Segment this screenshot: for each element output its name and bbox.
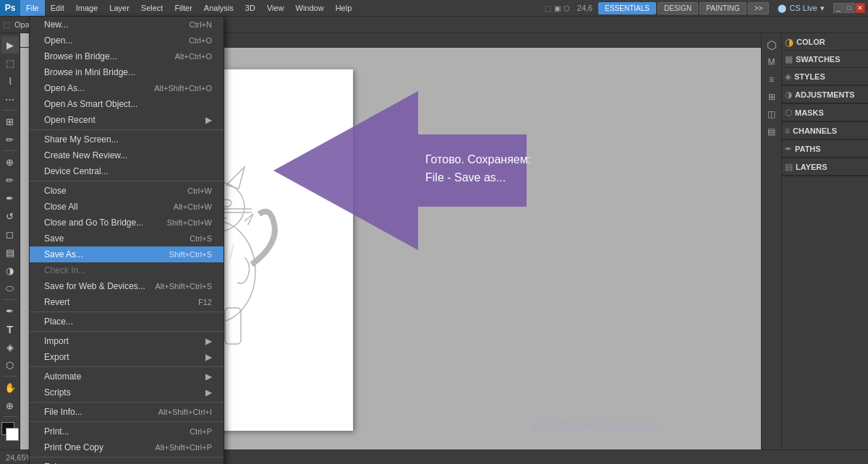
close-button[interactable]: ✕ — [855, 3, 865, 13]
menu-edit[interactable]: Edit — [45, 0, 70, 16]
menu-export[interactable]: Export ▶ — [30, 349, 224, 365]
menu-scripts[interactable]: Scripts ▶ — [30, 384, 224, 400]
tool-move[interactable]: ▶ — [1, 36, 19, 53]
tool-spot-healing[interactable]: ⊕ — [1, 153, 19, 171]
menu-new[interactable]: New... Ctrl+N — [30, 17, 224, 33]
tool-history-brush[interactable]: ↺ — [1, 207, 19, 225]
panel-masks-row[interactable]: ⬡ MASKS — [782, 104, 868, 121]
panel-channels-row[interactable]: ≡ CHANNELS — [782, 122, 868, 139]
menu-layer[interactable]: Layer — [103, 0, 135, 16]
menu-close-shortcut: Ctrl+W — [187, 186, 212, 195]
menu-save-web-shortcut: Alt+Shift+Ctrl+S — [155, 282, 212, 291]
menu-select[interactable]: Select — [135, 0, 169, 16]
menu-browse-bridge-shortcut: Alt+Ctrl+O — [175, 52, 212, 61]
menu-save-web[interactable]: Save for Web & Devices... Alt+Shift+Ctrl… — [30, 278, 224, 294]
styles-label: STYLES — [794, 72, 825, 81]
mixer-icon[interactable]: M — [763, 53, 780, 71]
menu-print-copy-shortcut: Alt+Shift+Ctrl+P — [155, 443, 212, 452]
panel-color-row[interactable]: ◑ COLOR — [782, 33, 868, 51]
menu-share-screen[interactable]: Share My Screen... — [30, 132, 224, 147]
panel-paths-row[interactable]: ✒ PATHS — [782, 140, 868, 158]
menu-place[interactable]: Place... — [30, 314, 224, 330]
mini-icon-5[interactable]: ◫ — [763, 106, 780, 123]
menu-image[interactable]: Image — [70, 0, 104, 16]
workspace-painting[interactable]: PAINTING — [699, 2, 746, 14]
tool-eyedropper[interactable]: ✏ — [1, 131, 19, 148]
tool-text[interactable]: T — [1, 320, 19, 338]
panel-styles-row[interactable]: ◈ STYLES — [782, 68, 868, 85]
tool-separator-5 — [3, 416, 17, 417]
menu-window[interactable]: Window — [290, 0, 330, 16]
tool-magic-wand[interactable]: ⋯ — [1, 90, 19, 108]
tool-separator-2 — [3, 150, 17, 151]
menu-open-smart[interactable]: Open As Smart Object... — [30, 96, 224, 112]
mini-icon-4[interactable]: ⊞ — [763, 88, 780, 106]
menu-analysis[interactable]: Analysis — [198, 0, 239, 16]
menu-create-review[interactable]: Create New Review... — [30, 147, 224, 163]
tool-hand[interactable]: ✋ — [1, 379, 19, 396]
menu-open-as[interactable]: Open As... Alt+Shift+Ctrl+O — [30, 80, 224, 96]
menu-save-as[interactable]: Save As... Shift+Ctrl+S — [30, 246, 224, 262]
workspace-essentials[interactable]: ESSENTIALS — [598, 2, 656, 14]
panel-group-layers: ▤ LAYERS — [782, 158, 868, 176]
tool-blur[interactable]: ◑ — [1, 262, 19, 279]
menu-open-shortcut: Ctrl+O — [189, 36, 212, 45]
menu-new-shortcut: Ctrl+N — [190, 20, 212, 29]
menu-print-one-copy[interactable]: Print One Copy Alt+Shift+Ctrl+P — [30, 439, 224, 455]
menu-save[interactable]: Save Ctrl+S — [30, 231, 224, 246]
workspace-design[interactable]: DESIGN — [658, 2, 698, 14]
menu-view[interactable]: View — [261, 0, 290, 16]
separator-2 — [30, 181, 224, 181]
tool-path-select[interactable]: ◈ — [1, 338, 19, 356]
menu-open-as-label: Open As... — [44, 83, 85, 93]
background-color[interactable] — [6, 428, 19, 441]
tool-eraser[interactable]: ◻ — [1, 225, 19, 243]
menu-exit[interactable]: Exit Ctrl+Q — [30, 459, 224, 464]
menu-3d[interactable]: 3D — [239, 0, 261, 16]
styles-icon: ◈ — [785, 72, 791, 82]
menu-close-bridge-label: Close and Go To Bridge... — [44, 218, 143, 228]
tool-crop[interactable]: ⊞ — [1, 113, 19, 130]
tool-clone-stamp[interactable]: ✒ — [1, 189, 19, 207]
menu-close-all[interactable]: Close All Alt+Ctrl+W — [30, 199, 224, 215]
panel-toggle-icon[interactable]: ⬡ — [763, 36, 780, 53]
tool-dodge[interactable]: ⬭ — [1, 280, 19, 297]
menu-file-info[interactable]: File Info... Alt+Shift+Ctrl+I — [30, 404, 224, 420]
menu-close-go-bridge[interactable]: Close and Go To Bridge... Shift+Ctrl+W — [30, 215, 224, 231]
menu-revert-shortcut: F12 — [198, 298, 212, 306]
restore-button[interactable]: □ — [844, 3, 854, 13]
adjustments-icon: ◑ — [785, 90, 792, 100]
color-picker[interactable] — [0, 422, 20, 442]
panel-layers-row[interactable]: ▤ LAYERS — [782, 158, 868, 176]
minimize-button[interactable]: _ — [833, 3, 843, 13]
workspace-more[interactable]: >> — [748, 2, 770, 14]
menu-print[interactable]: Print... Ctrl+P — [30, 424, 224, 439]
panel-swatches-row[interactable]: ▦ SWATCHES — [782, 51, 868, 68]
tool-zoom[interactable]: ⊕ — [1, 397, 19, 414]
cs-live-button[interactable]: ⬤ CS Live ▾ — [772, 4, 830, 13]
menu-import[interactable]: Import ▶ — [30, 333, 224, 349]
tool-gradient[interactable]: ▤ — [1, 244, 19, 261]
paths-label: PATHS — [795, 145, 821, 153]
panel-adjustments-row[interactable]: ◑ ADJUSTMENTS — [782, 86, 868, 103]
menu-close[interactable]: Close Ctrl+W — [30, 183, 224, 199]
tool-marquee[interactable]: ⬚ — [1, 54, 19, 72]
tool-shape[interactable]: ⬡ — [1, 356, 19, 374]
menu-browse-mini-bridge[interactable]: Browse in Mini Bridge... — [30, 64, 224, 80]
tool-pen[interactable]: ✒ — [1, 302, 19, 319]
menu-open-recent[interactable]: Open Recent ▶ — [30, 112, 224, 128]
menu-open[interactable]: Open... Ctrl+O — [30, 33, 224, 48]
menu-filter[interactable]: Filter — [169, 0, 197, 16]
menu-file[interactable]: File — [20, 0, 45, 16]
menu-revert[interactable]: Revert F12 — [30, 294, 224, 310]
mini-icon-6[interactable]: ▤ — [763, 123, 780, 140]
menu-help[interactable]: Help — [330, 0, 358, 16]
menu-browse-bridge[interactable]: Browse in Bridge... Alt+Ctrl+O — [30, 48, 224, 64]
tool-brush[interactable]: ✏ — [1, 171, 19, 189]
tool-lasso[interactable]: ⌇ — [1, 72, 19, 90]
mini-icon-3[interactable]: ≡ — [763, 71, 780, 88]
menu-automate[interactable]: Automate ▶ — [30, 369, 224, 384]
menu-save-as-label: Save As... — [44, 249, 83, 259]
menu-device-central[interactable]: Device Central... — [30, 163, 224, 179]
automate-arrow: ▶ — [205, 371, 212, 382]
